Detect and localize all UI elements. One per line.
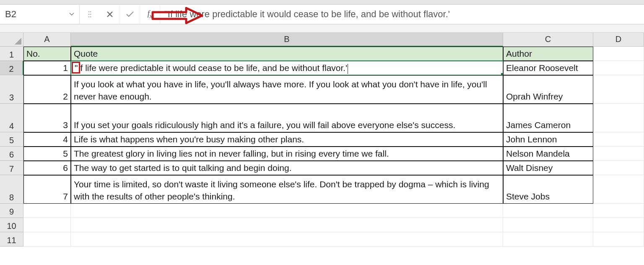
cell-B9[interactable] <box>71 204 503 218</box>
cell-C7[interactable]: Walt Disney <box>503 161 593 175</box>
cell-D9[interactable] <box>593 204 644 218</box>
cell-C9[interactable] <box>503 204 593 218</box>
col-head-C[interactable]: C <box>503 33 593 47</box>
col-head-A[interactable]: A <box>23 33 71 47</box>
insert-function-button[interactable]: fx <box>140 5 160 24</box>
svg-point-5 <box>90 16 91 18</box>
cell-C5[interactable]: John Lennon <box>503 132 593 147</box>
cell-C4[interactable]: James Cameron <box>503 104 593 132</box>
name-box-container: B2 <box>0 5 80 24</box>
cell-A3[interactable]: 2 <box>23 75 71 104</box>
cell-D3[interactable] <box>593 75 644 104</box>
cell-D1[interactable] <box>593 47 644 61</box>
cell-D2[interactable] <box>593 61 644 75</box>
cell-B2[interactable]: " f life were predictable it would cease… <box>71 61 503 75</box>
cell-B7[interactable]: The way to get started is to quit talkin… <box>71 161 503 175</box>
cell-D5[interactable] <box>593 132 644 147</box>
cell-D6[interactable] <box>593 147 644 161</box>
row-head-5[interactable]: 5 <box>0 132 23 147</box>
name-box[interactable]: B2 <box>5 9 68 20</box>
cell-C1[interactable]: Author <box>503 47 593 61</box>
cell-C10[interactable] <box>503 218 593 232</box>
cell-B1[interactable]: Quote <box>71 47 503 61</box>
row-head-9[interactable]: 9 <box>0 204 23 218</box>
text-caret <box>348 64 348 74</box>
cell-B4[interactable]: If you set your goals ridiculously high … <box>71 104 503 132</box>
row-head-7[interactable]: 7 <box>0 161 23 175</box>
svg-point-3 <box>90 14 91 15</box>
cell-C8[interactable]: Steve Jobs <box>503 175 593 204</box>
cell-A9[interactable] <box>23 204 71 218</box>
cell-B8[interactable]: Your time is limited, so don't waste it … <box>71 175 503 204</box>
row-head-1[interactable]: 1 <box>0 47 23 61</box>
cell-B2-text: f life were predictable it would cease t… <box>80 62 347 74</box>
formula-text: "If life were predictable it would cease… <box>164 9 450 20</box>
cell-C6[interactable]: Nelson Mandela <box>503 147 593 161</box>
cell-D11[interactable] <box>593 232 644 247</box>
row-head-4[interactable]: 4 <box>0 104 23 132</box>
select-all-corner[interactable] <box>0 33 23 47</box>
fx-icon: fx <box>148 9 153 20</box>
row-head-11[interactable]: 11 <box>0 232 23 247</box>
cell-D7[interactable] <box>593 161 644 175</box>
cell-B10[interactable] <box>71 218 503 232</box>
col-head-D[interactable]: D <box>593 33 644 47</box>
svg-point-2 <box>88 14 90 15</box>
header-gap <box>0 24 644 33</box>
svg-point-0 <box>88 11 90 13</box>
row-head-2[interactable]: 2 <box>0 61 23 75</box>
formula-input[interactable]: "If life were predictable it would cease… <box>160 5 644 24</box>
cell-A4[interactable]: 3 <box>23 104 71 132</box>
cell-D8[interactable] <box>593 175 644 204</box>
cell-A6[interactable]: 5 <box>23 147 71 161</box>
row-head-6[interactable]: 6 <box>0 147 23 161</box>
cell-A11[interactable] <box>23 232 71 247</box>
row-head-10[interactable]: 10 <box>0 218 23 232</box>
cell-D10[interactable] <box>593 218 644 232</box>
cell-C3[interactable]: Oprah Winfrey <box>503 75 593 104</box>
cell-A1[interactable]: No. <box>23 47 71 61</box>
cell-D4[interactable] <box>593 104 644 132</box>
cell-C2[interactable]: Eleanor Roosevelt <box>503 61 593 75</box>
name-box-dropdown-icon[interactable] <box>68 10 76 18</box>
cell-A7[interactable]: 6 <box>23 161 71 175</box>
cell-B3[interactable]: If you look at what you have in life, yo… <box>71 75 503 104</box>
cell-A2[interactable]: 1 <box>23 61 71 75</box>
cancel-edit-button[interactable] <box>100 5 120 24</box>
cell-B5[interactable]: Life is what happens when you're busy ma… <box>71 132 503 147</box>
cell-C11[interactable] <box>503 232 593 247</box>
cell-A8[interactable]: 7 <box>23 175 71 204</box>
row-head-3[interactable]: 3 <box>0 75 23 104</box>
cell-A10[interactable] <box>23 218 71 232</box>
confirm-edit-button[interactable] <box>120 5 140 24</box>
spreadsheet-grid: A B C D 1 No. Quote Author 2 1 " f life … <box>0 33 644 247</box>
window-top-strip <box>0 0 644 4</box>
svg-point-1 <box>90 11 91 13</box>
formula-bar: B2 fx "If life were predictable it would… <box>0 4 644 24</box>
cell-B11[interactable] <box>71 232 503 247</box>
formula-bar-grip-icon <box>80 5 100 24</box>
row-head-8[interactable]: 8 <box>0 175 23 204</box>
cell-B2-prefix: " <box>74 62 80 74</box>
svg-point-4 <box>88 16 90 18</box>
cell-A5[interactable]: 4 <box>23 132 71 147</box>
col-head-B[interactable]: B <box>71 33 503 47</box>
cell-B6[interactable]: The greatest glory in living lies not in… <box>71 147 503 161</box>
